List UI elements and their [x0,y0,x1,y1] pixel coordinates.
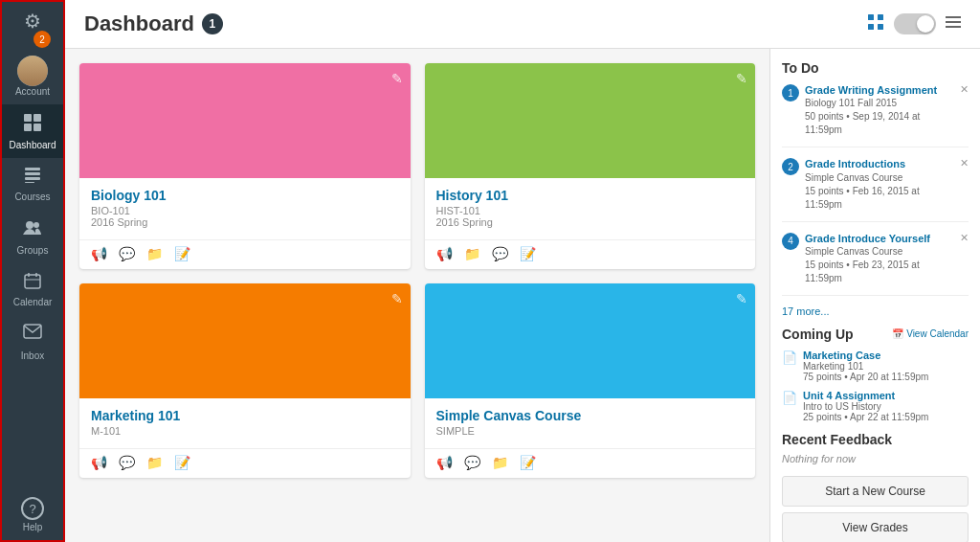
todo-content-1: Grade Writing Assignment Biology 101 Fal… [805,83,954,137]
coming-sub-1: Marketing 101 75 points • Apr 20 at 11:5… [803,361,928,382]
sidebar-item-groups[interactable]: Groups [2,210,63,263]
sidebar-item-calendar[interactable]: Calendar [2,263,63,315]
recent-feedback-empty: Nothing for now [782,453,969,464]
header-controls [867,13,961,34]
start-new-course-button[interactable]: Start a New Course [782,476,969,507]
coming-content-2: Unit 4 Assignment Intro to US History 25… [803,390,928,422]
avatar [17,56,48,86]
edit-icon-simple[interactable]: ✎ [736,291,747,306]
discussion-icon[interactable]: 💬 [119,455,135,470]
announce-icon[interactable]: 📢 [91,455,107,470]
files-icon[interactable]: 📁 [492,455,508,470]
title-text: Dashboard [84,11,194,36]
course-card-history[interactable]: ✎ History 101 HIST-101 2016 Spring 📢 📁 💬… [425,63,756,269]
svg-rect-20 [946,21,961,23]
sidebar-item-account[interactable]: Account [2,48,63,104]
todo-content-3: Grade Introduce Yourself Simple Canvas C… [805,232,954,285]
assignments-icon[interactable]: 📝 [174,246,190,261]
view-grades-button[interactable]: View Grades [782,512,969,542]
assignments-icon[interactable]: 📝 [174,455,190,470]
discussion-icon[interactable]: 💬 [464,455,480,470]
course-card-simple[interactable]: ✎ Simple Canvas Course SIMPLE 📢 💬 📁 📝 [425,283,756,478]
course-card-biology[interactable]: ✎ Biology 101 BIO-101 2016 Spring 📢 💬 📁 … [79,63,411,269]
todo-close-3[interactable]: ✕ [960,232,969,244]
files-icon[interactable]: 📁 [146,246,163,261]
svg-rect-10 [25,275,40,288]
right-panel: To Do 1 Grade Writing Assignment Biology… [769,49,980,542]
coming-title-2[interactable]: Unit 4 Assignment [803,390,928,401]
coming-sub-2: Intro to US History 25 points • Apr 22 a… [803,401,928,422]
grid-view-icon[interactable] [867,13,884,34]
todo-title-3[interactable]: Grade Introduce Yourself [805,232,954,245]
course-name-biology: Biology 101 [91,188,399,203]
svg-rect-16 [878,14,883,20]
svg-rect-4 [25,168,40,170]
coming-file-icon-2: 📄 [782,391,797,422]
discussion-icon[interactable]: 💬 [119,246,135,261]
view-toggle[interactable] [894,13,936,34]
announce-icon[interactable]: 📢 [436,246,453,261]
header-badge: 1 [202,13,223,34]
svg-rect-2 [24,124,32,131]
svg-rect-7 [25,182,34,183]
coming-title-1[interactable]: Marketing Case [803,350,928,361]
course-name-marketing: Marketing 101 [91,408,399,423]
assignments-icon[interactable]: 📝 [520,455,536,470]
todo-sub-2: Simple Canvas Course 15 points • Feb 16,… [805,171,954,212]
svg-rect-3 [33,124,41,131]
assignments-icon[interactable]: 📝 [520,246,536,261]
course-name-simple: Simple Canvas Course [436,408,745,423]
edit-icon-marketing[interactable]: ✎ [391,291,403,306]
svg-rect-15 [868,14,874,20]
sidebar-item-courses[interactable]: Courses [2,158,63,210]
sidebar-item-inbox[interactable]: Inbox [2,315,63,369]
admin-icon: ⚙ [24,11,41,32]
sidebar-item-help[interactable]: ? Help [2,489,63,540]
files-icon[interactable]: 📁 [146,455,163,470]
todo-num-2: 2 [782,158,799,175]
edit-icon-biology[interactable]: ✎ [391,71,403,86]
edit-icon-history[interactable]: ✎ [736,71,747,86]
discussion-icon[interactable]: 💬 [492,246,508,261]
list-view-icon[interactable] [946,14,961,34]
course-code-biology: BIO-101 [91,205,399,216]
todo-close-2[interactable]: ✕ [960,157,969,169]
sidebar-label-inbox: Inbox [21,350,44,361]
svg-rect-19 [946,16,961,18]
coming-item-2: 📄 Unit 4 Assignment Intro to US History … [782,390,969,422]
announce-icon[interactable]: 📢 [436,455,453,470]
svg-point-8 [26,221,33,229]
todo-content-2: Grade Introductions Simple Canvas Course… [805,157,954,211]
toggle-knob [917,15,934,33]
inbox-icon [22,323,43,349]
calendar-small-icon: 📅 [892,328,903,339]
todo-sub-3: Simple Canvas Course 15 points • Feb 23,… [805,245,954,285]
course-card-body-biology: Biology 101 BIO-101 2016 Spring [79,178,411,239]
todo-title-1[interactable]: Grade Writing Assignment [805,83,954,97]
groups-icon [22,217,43,243]
course-card-marketing[interactable]: ✎ Marketing 101 M-101 📢 💬 📁 📝 [79,283,411,478]
course-name-history: History 101 [436,188,745,203]
course-grid-area: ✎ Biology 101 BIO-101 2016 Spring 📢 💬 📁 … [65,49,769,542]
sidebar-label-account: Account [15,86,50,97]
view-calendar-link[interactable]: 📅 View Calendar [892,328,969,339]
todo-more[interactable]: 17 more... [782,305,969,317]
svg-rect-5 [25,172,40,175]
svg-rect-21 [946,26,961,28]
sidebar-item-dashboard[interactable]: Dashboard [2,104,63,158]
dashboard-icon [22,112,43,138]
coming-file-icon-1: 📄 [782,350,797,382]
course-code-history: HIST-101 [436,205,745,216]
files-icon[interactable]: 📁 [464,246,480,261]
todo-sub-1: Biology 101 Fall 2015 50 points • Sep 19… [805,97,954,137]
courses-icon [23,166,42,190]
main-area: Dashboard 1 [65,0,980,542]
todo-title-2[interactable]: Grade Introductions [805,157,954,170]
todo-num-1: 1 [782,84,799,102]
course-code-simple: SIMPLE [436,425,745,437]
sidebar-item-admin[interactable]: ⚙ 2 [2,2,63,48]
svg-point-9 [33,222,39,228]
course-term-biology: 2016 Spring [91,216,399,228]
announce-icon[interactable]: 📢 [91,246,107,261]
todo-close-1[interactable]: ✕ [960,83,969,96]
